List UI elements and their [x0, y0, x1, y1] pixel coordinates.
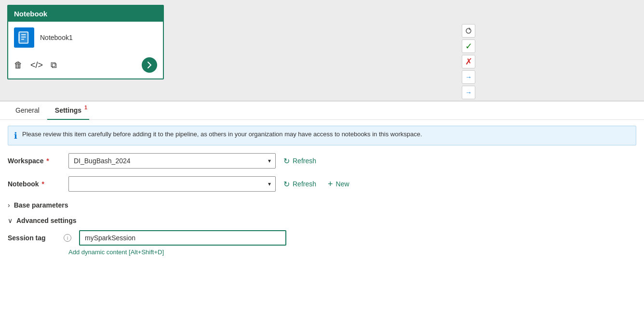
- tabs-row: General Settings 1: [0, 102, 644, 120]
- workspace-refresh-button[interactable]: ↻ Refresh: [283, 156, 316, 166]
- session-label-group: Session tag i: [8, 234, 71, 242]
- workspace-required: *: [44, 157, 49, 165]
- notebook-label: Notebook *: [8, 180, 61, 188]
- new-plus-icon: +: [328, 180, 333, 188]
- copy-icon[interactable]: ⧉: [51, 60, 57, 70]
- arrow-button-1[interactable]: →: [462, 70, 475, 84]
- arrow-right-icon: [145, 61, 154, 69]
- arrow-button-2[interactable]: →: [462, 86, 475, 99]
- redo-icon: [465, 27, 472, 34]
- info-icon: ℹ: [14, 130, 17, 141]
- form-section: Workspace * DI_BugBash_2024 ▾ ↻ Refresh …: [0, 151, 644, 194]
- notebook-card: Notebook Notebook1 🗑 </> ⧉: [7, 5, 164, 79]
- notebook-refresh-icon: ↻: [283, 180, 290, 189]
- session-tag-section: Session tag i Add dynamic content [Alt+S…: [0, 228, 644, 258]
- notebook-refresh-button[interactable]: ↻ Refresh: [283, 180, 316, 189]
- advanced-settings-label: Advanced settings: [16, 217, 76, 224]
- main-container: Notebook Notebook1 🗑 </> ⧉: [0, 0, 644, 326]
- notebook-row: Notebook * ▾ ↻ Refresh + New: [8, 176, 636, 192]
- base-parameters-chevron-icon: ›: [8, 201, 10, 209]
- notebook-name: Notebook1: [40, 34, 73, 41]
- workspace-select[interactable]: DI_BugBash_2024: [68, 153, 276, 169]
- notebook-icon: [14, 27, 34, 48]
- notebook-card-body: Notebook1: [8, 22, 163, 53]
- workspace-row: Workspace * DI_BugBash_2024 ▾ ↻ Refresh: [8, 153, 636, 169]
- notebook-card-actions: 🗑 </> ⧉: [8, 53, 163, 78]
- base-parameters-section[interactable]: › Base parameters: [8, 199, 636, 211]
- session-tag-input[interactable]: [79, 230, 286, 246]
- notebook-select-wrapper: ▾: [68, 176, 276, 192]
- canvas-side-buttons: ✓ ✗ → →: [462, 24, 475, 99]
- svg-rect-5: [18, 34, 19, 41]
- notebook-svg-icon: [17, 31, 31, 44]
- notebook-select[interactable]: [68, 176, 276, 192]
- canvas-area: Notebook Notebook1 🗑 </> ⧉: [0, 0, 644, 101]
- code-icon[interactable]: </>: [30, 60, 43, 70]
- base-parameters-label: Base parameters: [14, 201, 68, 209]
- session-tag-row: Session tag i: [8, 230, 636, 246]
- info-banner: ℹ Please review this item carefully befo…: [8, 126, 636, 145]
- info-text: Please review this item carefully before…: [22, 130, 422, 139]
- tab-general[interactable]: General: [8, 102, 47, 120]
- tab-settings[interactable]: Settings 1: [47, 102, 89, 120]
- settings-badge: 1: [84, 104, 87, 110]
- confirm-button[interactable]: ✓: [462, 39, 475, 53]
- session-tag-label: Session tag: [8, 234, 61, 242]
- workspace-label: Workspace *: [8, 157, 61, 165]
- session-tag-info-icon[interactable]: i: [64, 234, 71, 242]
- advanced-settings-chevron-icon: ∨: [8, 217, 13, 224]
- delete-icon[interactable]: 🗑: [14, 60, 23, 70]
- redo-button[interactable]: [462, 24, 475, 38]
- settings-panel: General Settings 1 ℹ Please review this …: [0, 101, 644, 326]
- cancel-button[interactable]: ✗: [462, 55, 475, 68]
- dynamic-content-link[interactable]: Add dynamic content [Alt+Shift+D]: [68, 248, 636, 256]
- workspace-refresh-icon: ↻: [283, 156, 290, 166]
- advanced-settings-section[interactable]: ∨ Advanced settings: [8, 215, 636, 226]
- svg-rect-0: [19, 32, 28, 43]
- notebook-required: *: [40, 180, 44, 188]
- notebook-card-header: Notebook: [8, 6, 163, 22]
- workspace-select-wrapper: DI_BugBash_2024 ▾: [68, 153, 276, 169]
- go-button[interactable]: [142, 57, 157, 73]
- new-notebook-button[interactable]: + New: [328, 180, 349, 188]
